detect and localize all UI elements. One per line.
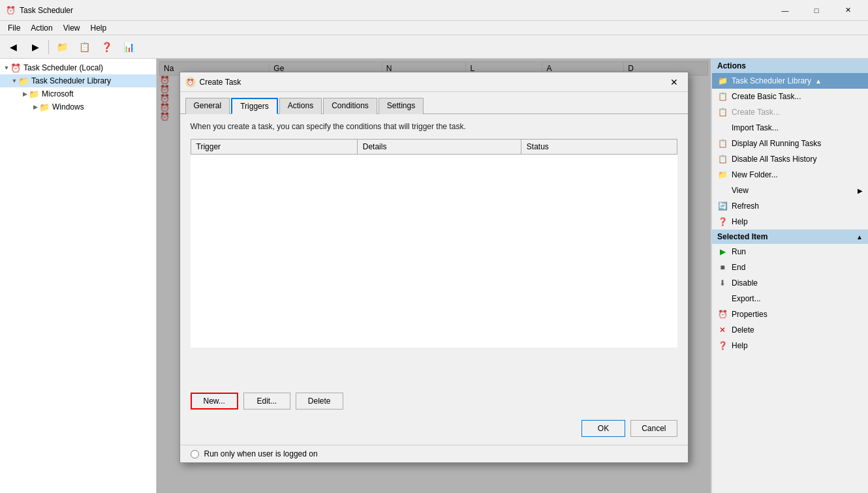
title-bar: ⏰ Task Scheduler — □ ✕ (0, 0, 868, 21)
dialog-btn-row: New... Edit... Delete (180, 387, 688, 415)
disable-icon: ⬇ (717, 278, 728, 288)
actions-label-delete: Delete (732, 325, 754, 335)
label-microsoft: Microsoft (42, 89, 74, 98)
actions-item-run[interactable]: ▶ Run (712, 244, 868, 260)
dialog-description: When you create a task, you can specify … (191, 122, 677, 131)
menu-view[interactable]: View (58, 22, 85, 34)
actions-item-create-task[interactable]: 📋 Create Task... (712, 104, 868, 120)
actions-icon-library: 📁 (717, 76, 728, 86)
actions-item-display-running[interactable]: 📋 Display All Running Tasks (712, 136, 868, 151)
chevron-task-scheduler-local: ▼ (3, 65, 10, 71)
close-button[interactable]: ✕ (833, 1, 863, 20)
ok-button[interactable]: OK (581, 420, 625, 437)
actions-item-disable-history[interactable]: 📋 Disable All Tasks History (712, 151, 868, 167)
actions-label-properties: Properties (732, 310, 767, 319)
actions-item-delete[interactable]: ✕ Delete (712, 322, 868, 338)
actions-item-export[interactable]: Export... (712, 291, 868, 306)
menu-help[interactable]: Help (85, 22, 112, 34)
dialog-title-bar: ⏰ Create Task ✕ (180, 72, 688, 92)
icon-task-scheduler-library: 📁 (18, 76, 29, 86)
actions-label-running: Display All Running Tasks (732, 139, 821, 148)
actions-label-export: Export... (732, 294, 761, 303)
dialog-title-text: Create Task (200, 78, 666, 87)
show-hide-button[interactable]: 📋 (74, 38, 95, 56)
actions-item-import-task[interactable]: Import Task... (712, 120, 868, 136)
actions-item-view[interactable]: View ▶ (712, 183, 868, 198)
selected-item-section-title: Selected Item (717, 232, 767, 241)
actions-item-create-basic-task[interactable]: 📋 Create Basic Task... (712, 89, 868, 104)
actions-item-properties[interactable]: ⏰ Properties (712, 306, 868, 322)
chevron-windows: ▶ (31, 104, 39, 110)
modal-overlay: ⏰ Create Task ✕ General Triggers Actions… (157, 59, 711, 493)
tab-settings[interactable]: Settings (379, 98, 424, 114)
actions-item-task-scheduler-library[interactable]: 📁 Task Scheduler Library ▲ (712, 73, 868, 89)
dialog-footer: Run only when user is logged on (180, 445, 688, 462)
minimize-button[interactable]: — (770, 1, 800, 20)
label-task-scheduler-library: Task Scheduler Library (31, 76, 111, 85)
actions-item-disable[interactable]: ⬇ Disable (712, 275, 868, 291)
maximize-button[interactable]: □ (801, 1, 831, 20)
end-icon: ■ (717, 262, 728, 273)
menu-file[interactable]: File (3, 22, 25, 34)
trigger-col-trigger: Trigger (191, 140, 357, 155)
tree-item-task-scheduler-local[interactable]: ▼ ⏰ Task Scheduler (Local) (0, 61, 156, 74)
properties-icon: ⏰ (717, 309, 728, 320)
actions-icon-new-folder: 📁 (717, 170, 728, 180)
delete-trigger-button[interactable]: Delete (296, 393, 343, 410)
help-button-toolbar[interactable]: ❓ (96, 38, 117, 56)
run-when-logged-on-label: Run only when user is logged on (204, 449, 318, 458)
create-task-dialog: ⏰ Create Task ✕ General Triggers Actions… (179, 72, 689, 463)
folder-button[interactable]: 📁 (52, 38, 72, 56)
trigger-col-status: Status (521, 140, 677, 155)
actions-icon-create-basic: 📋 (717, 91, 728, 102)
selected-item-section-header: Selected Item ▲ (712, 230, 868, 244)
icon-windows: 📁 (39, 102, 50, 112)
tab-actions[interactable]: Actions (279, 98, 322, 114)
actions-label-refresh: Refresh (732, 202, 759, 211)
right-panel: Actions 📁 Task Scheduler Library ▲ 📋 Cre… (711, 59, 868, 493)
actions-label-import: Import Task... (732, 123, 779, 132)
tree-item-microsoft[interactable]: ▶ 📁 Microsoft (0, 87, 156, 100)
actions-item-help-selected[interactable]: ❓ Help (712, 338, 868, 353)
tree-item-windows[interactable]: ▶ 📁 Windows (0, 100, 156, 113)
properties-button[interactable]: 📊 (118, 38, 139, 56)
run-when-logged-on-radio[interactable] (191, 450, 199, 458)
actions-section-title: Actions (717, 61, 746, 70)
actions-item-help[interactable]: ❓ Help (712, 214, 868, 230)
trigger-table-body (191, 155, 677, 348)
actions-label-disable: Disable (732, 278, 758, 288)
actions-label-create-basic: Create Basic Task... (732, 92, 801, 101)
view-arrow-icon: ▶ (858, 187, 863, 194)
label-task-scheduler-local: Task Scheduler (Local) (23, 63, 103, 72)
back-button[interactable]: ◀ (3, 38, 23, 56)
delete-icon: ✕ (717, 325, 728, 335)
actions-label-end: End (732, 263, 745, 272)
actions-icon-running: 📋 (717, 138, 728, 149)
tab-bar: General Triggers Actions Conditions Sett… (180, 92, 688, 114)
dialog-title-icon: ⏰ (185, 77, 196, 87)
forward-button[interactable]: ▶ (25, 38, 46, 56)
chevron-microsoft: ▶ (21, 91, 29, 97)
trigger-col-details: Details (357, 140, 521, 155)
selected-item-collapse-arrow: ▲ (856, 233, 863, 241)
window-title: Task Scheduler (20, 6, 770, 15)
tab-general[interactable]: General (185, 98, 230, 114)
tree-item-task-scheduler-library[interactable]: ▼ 📁 Task Scheduler Library (0, 74, 156, 87)
actions-label-run: Run (732, 247, 746, 256)
actions-label-help: Help (732, 217, 748, 226)
collapse-arrow: ▲ (815, 78, 822, 85)
actions-item-end[interactable]: ■ End (712, 260, 868, 275)
tab-triggers[interactable]: Triggers (231, 98, 278, 114)
new-trigger-button[interactable]: New... (191, 393, 238, 410)
menu-action[interactable]: Action (25, 22, 57, 34)
label-windows: Windows (52, 102, 84, 112)
trigger-table: Trigger Details Status (191, 139, 677, 348)
actions-label-create-task: Create Task... (732, 108, 780, 117)
tab-conditions[interactable]: Conditions (323, 98, 377, 114)
actions-icon-import (717, 123, 728, 133)
actions-item-new-folder[interactable]: 📁 New Folder... (712, 167, 868, 183)
actions-item-refresh[interactable]: 🔄 Refresh (712, 198, 868, 214)
cancel-button[interactable]: Cancel (630, 420, 677, 437)
dialog-close-button[interactable]: ✕ (666, 75, 683, 89)
edit-trigger-button[interactable]: Edit... (243, 393, 290, 410)
